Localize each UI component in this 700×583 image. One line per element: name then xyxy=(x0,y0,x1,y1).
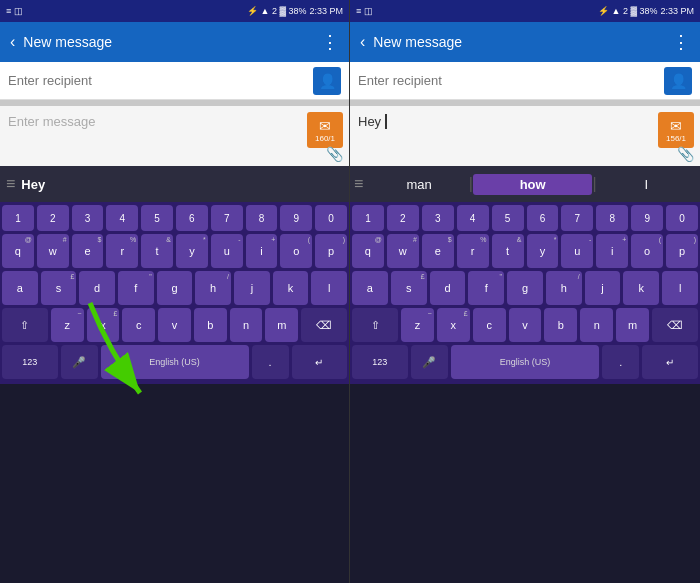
suggestion-word-how[interactable]: how xyxy=(473,174,592,195)
key-r-left[interactable]: r% xyxy=(106,234,138,268)
key-t-left[interactable]: t& xyxy=(141,234,173,268)
key-enter-left[interactable]: ↵ xyxy=(292,345,348,379)
key-d-right[interactable]: d xyxy=(430,271,466,305)
key-123-left[interactable]: 123 xyxy=(2,345,58,379)
key-o-right[interactable]: o( xyxy=(631,234,663,268)
key-l-right[interactable]: l xyxy=(662,271,698,305)
back-button-left[interactable]: ‹ xyxy=(10,33,15,51)
key-b-right[interactable]: b xyxy=(544,308,577,342)
key-h-left[interactable]: h/ xyxy=(195,271,231,305)
message-area-left[interactable]: Enter message ✉ 160/1 📎 xyxy=(0,106,349,166)
key-1-right[interactable]: 1 xyxy=(352,205,384,231)
key-9-left[interactable]: 9 xyxy=(280,205,312,231)
key-3-left[interactable]: 3 xyxy=(72,205,104,231)
key-y-left[interactable]: y* xyxy=(176,234,208,268)
key-j-right[interactable]: j xyxy=(585,271,621,305)
key-delete-left[interactable]: ⌫ xyxy=(301,308,347,342)
key-5-right[interactable]: 5 xyxy=(492,205,524,231)
suggestion-word-man[interactable]: man xyxy=(369,173,468,196)
key-f-right[interactable]: f" xyxy=(468,271,504,305)
key-w-left[interactable]: w# xyxy=(37,234,69,268)
send-button-left[interactable]: ✉ 160/1 xyxy=(307,112,343,148)
key-mic-right[interactable]: 🎤 xyxy=(411,345,448,379)
suggestion-menu-icon-left[interactable]: ≡ xyxy=(6,175,15,193)
contact-icon-right[interactable]: 👤 xyxy=(664,67,692,95)
key-l-left[interactable]: l xyxy=(311,271,347,305)
key-7-right[interactable]: 7 xyxy=(561,205,593,231)
key-shift-right[interactable]: ⇧ xyxy=(352,308,398,342)
key-enter-right[interactable]: ↵ xyxy=(642,345,698,379)
key-i-left[interactable]: i+ xyxy=(246,234,278,268)
key-g-right[interactable]: g xyxy=(507,271,543,305)
key-x-left[interactable]: x£ xyxy=(87,308,120,342)
message-area-right[interactable]: Hey ✉ 156/1 📎 xyxy=(350,106,700,166)
key-k-right[interactable]: k xyxy=(623,271,659,305)
key-q-right[interactable]: q@ xyxy=(352,234,384,268)
key-s-right[interactable]: s£ xyxy=(391,271,427,305)
key-v-right[interactable]: v xyxy=(509,308,542,342)
key-d-left[interactable]: d xyxy=(79,271,115,305)
key-6-right[interactable]: 6 xyxy=(527,205,559,231)
key-v-left[interactable]: v xyxy=(158,308,191,342)
key-q-left[interactable]: q@ xyxy=(2,234,34,268)
key-p-right[interactable]: p) xyxy=(666,234,698,268)
key-6-left[interactable]: 6 xyxy=(176,205,208,231)
key-h-right[interactable]: h/ xyxy=(546,271,582,305)
key-4-left[interactable]: 4 xyxy=(106,205,138,231)
key-i-right[interactable]: i+ xyxy=(596,234,628,268)
key-y-right[interactable]: y* xyxy=(527,234,559,268)
key-u-left[interactable]: u- xyxy=(211,234,243,268)
back-button-right[interactable]: ‹ xyxy=(360,33,365,51)
key-x-right[interactable]: x£ xyxy=(437,308,470,342)
attach-icon-left[interactable]: 📎 xyxy=(326,146,343,162)
key-s-left[interactable]: s£ xyxy=(41,271,77,305)
key-f-left[interactable]: f" xyxy=(118,271,154,305)
key-0-right[interactable]: 0 xyxy=(666,205,698,231)
recipient-input-left[interactable] xyxy=(8,73,313,88)
key-mic-left[interactable]: 🎤 xyxy=(61,345,98,379)
key-space-right[interactable]: English (US) xyxy=(451,345,599,379)
suggestion-word-i[interactable]: I xyxy=(597,173,696,196)
key-z-left[interactable]: z~ xyxy=(51,308,84,342)
key-n-left[interactable]: n xyxy=(230,308,263,342)
key-m-left[interactable]: m xyxy=(265,308,298,342)
key-space-left[interactable]: English (US) xyxy=(101,345,249,379)
key-m-right[interactable]: m xyxy=(616,308,649,342)
key-a-left[interactable]: a xyxy=(2,271,38,305)
key-2-left[interactable]: 2 xyxy=(37,205,69,231)
key-u-right[interactable]: u- xyxy=(561,234,593,268)
key-a-right[interactable]: a xyxy=(352,271,388,305)
key-period-right[interactable]: . xyxy=(602,345,639,379)
attach-icon-right[interactable]: 📎 xyxy=(677,146,694,162)
key-8-right[interactable]: 8 xyxy=(596,205,628,231)
key-o-left[interactable]: o( xyxy=(280,234,312,268)
key-8-left[interactable]: 8 xyxy=(246,205,278,231)
key-t-right[interactable]: t& xyxy=(492,234,524,268)
contact-icon-left[interactable]: 👤 xyxy=(313,67,341,95)
suggestion-menu-icon-right[interactable]: ≡ xyxy=(354,175,363,193)
key-r-right[interactable]: r% xyxy=(457,234,489,268)
key-4-right[interactable]: 4 xyxy=(457,205,489,231)
key-2-right[interactable]: 2 xyxy=(387,205,419,231)
key-e-right[interactable]: e$ xyxy=(422,234,454,268)
suggestion-word-left[interactable]: Hey xyxy=(21,177,45,192)
key-w-right[interactable]: w# xyxy=(387,234,419,268)
key-1-left[interactable]: 1 xyxy=(2,205,34,231)
key-j-left[interactable]: j xyxy=(234,271,270,305)
more-menu-left[interactable]: ⋮ xyxy=(321,31,339,53)
key-n-right[interactable]: n xyxy=(580,308,613,342)
key-c-right[interactable]: c xyxy=(473,308,506,342)
recipient-input-right[interactable] xyxy=(358,73,664,88)
key-p-left[interactable]: p) xyxy=(315,234,347,268)
key-shift-left[interactable]: ⇧ xyxy=(2,308,48,342)
key-7-left[interactable]: 7 xyxy=(211,205,243,231)
key-delete-right[interactable]: ⌫ xyxy=(652,308,698,342)
key-5-left[interactable]: 5 xyxy=(141,205,173,231)
key-e-left[interactable]: e$ xyxy=(72,234,104,268)
key-z-right[interactable]: z~ xyxy=(401,308,434,342)
key-123-right[interactable]: 123 xyxy=(352,345,408,379)
key-b-left[interactable]: b xyxy=(194,308,227,342)
key-g-left[interactable]: g xyxy=(157,271,193,305)
key-period-left[interactable]: . xyxy=(252,345,289,379)
key-3-right[interactable]: 3 xyxy=(422,205,454,231)
